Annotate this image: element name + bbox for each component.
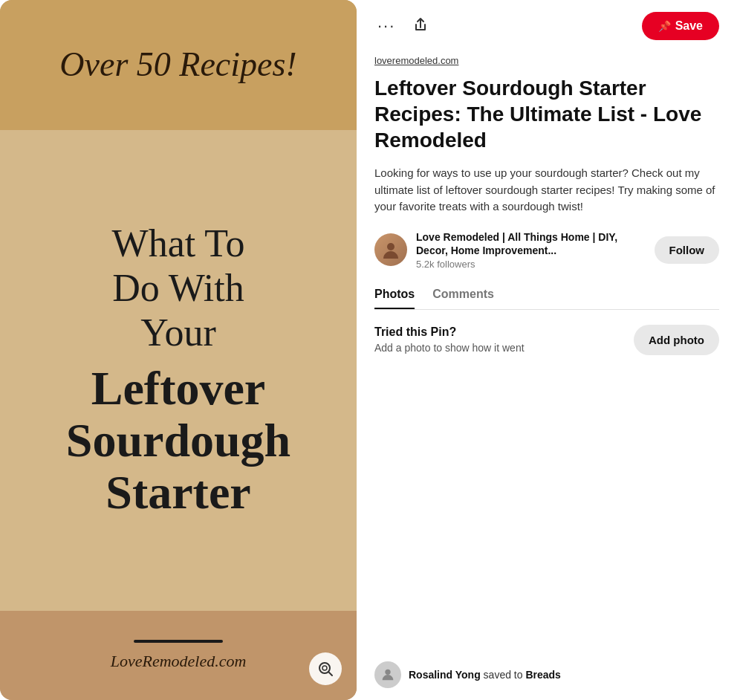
pin-image-panel: Over 50 Recipes! What To Do With Your Le… xyxy=(0,0,357,700)
author-info: Love Remodeled | All Things Home | DIY, … xyxy=(416,230,646,270)
svg-line-2 xyxy=(328,672,332,675)
source-link[interactable]: loveremodeled.com xyxy=(374,55,719,66)
tried-subtext: Add a photo to show how it went xyxy=(374,342,525,354)
author-section: Love Remodeled | All Things Home | DIY, … xyxy=(374,230,719,270)
tab-comments[interactable]: Comments xyxy=(432,288,494,309)
image-line5: Sourdough xyxy=(66,415,290,467)
svg-point-3 xyxy=(387,243,395,250)
image-main-area: What To Do With Your Leftover Sourdough … xyxy=(0,130,357,611)
more-options-button[interactable]: ··· xyxy=(374,13,398,39)
author-name: Love Remodeled | All Things Home | DIY, … xyxy=(416,230,646,257)
saved-by-section: Rosalind Yong saved to Breads xyxy=(374,644,719,688)
tab-photos[interactable]: Photos xyxy=(374,288,415,309)
image-line4: Leftover xyxy=(91,363,266,415)
right-panel: ··· 📌 Save loveremodeled.com Leftover So… xyxy=(357,0,737,700)
pin-description: Looking for ways to use up your sourdoug… xyxy=(374,165,719,215)
image-top-band: Over 50 Recipes! xyxy=(0,0,357,130)
saved-by-name: Rosalind Yong xyxy=(409,669,481,681)
image-line1: What To Do With Your xyxy=(112,221,245,354)
author-followers: 5.2k followers xyxy=(416,259,646,270)
saved-by-text: Rosalind Yong saved to Breads xyxy=(409,669,561,681)
pin-image: Over 50 Recipes! What To Do With Your Le… xyxy=(0,0,357,700)
decorative-line xyxy=(134,640,223,643)
add-photo-button[interactable]: Add photo xyxy=(634,325,719,355)
pin-icon: 📌 xyxy=(658,20,671,32)
lens-button[interactable] xyxy=(309,652,342,685)
website-text: LoveRemodeled.com xyxy=(111,652,247,671)
saved-by-board: Breads xyxy=(525,669,560,681)
tried-section: Tried this Pin? Add a photo to show how … xyxy=(374,325,719,355)
share-button[interactable] xyxy=(410,14,431,39)
follow-button[interactable]: Follow xyxy=(655,236,720,264)
image-bottom-band: LoveRemodeled.com xyxy=(0,611,357,700)
author-avatar xyxy=(374,233,407,266)
toolbar-left: ··· xyxy=(374,13,431,39)
tried-text: Tried this Pin? Add a photo to show how … xyxy=(374,325,525,354)
saved-by-avatar xyxy=(374,661,401,688)
tabs: Photos Comments xyxy=(374,288,719,310)
avatar-face xyxy=(374,233,407,266)
over-50-text: Over 50 Recipes! xyxy=(59,46,296,84)
tried-heading: Tried this Pin? xyxy=(374,325,525,339)
svg-point-1 xyxy=(322,666,327,670)
save-label: Save xyxy=(675,19,703,33)
pin-title: Leftover Sourdough Starter Recipes: The … xyxy=(374,75,719,153)
save-button[interactable]: 📌 Save xyxy=(642,12,719,40)
image-line6: Starter xyxy=(105,467,250,519)
svg-point-4 xyxy=(385,670,390,675)
toolbar: ··· 📌 Save xyxy=(374,12,719,40)
